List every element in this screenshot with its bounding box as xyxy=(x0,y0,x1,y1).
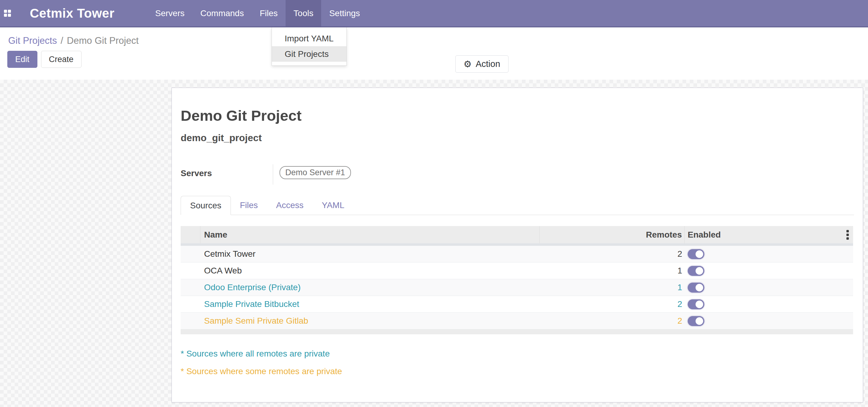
sources-table: Name Remotes Enabled Cetmix Tower 2 OCA … xyxy=(181,226,853,334)
enabled-toggle[interactable] xyxy=(688,283,704,293)
record-reference: demo_git_project xyxy=(181,132,854,144)
table-header-row: Name Remotes Enabled xyxy=(181,226,853,243)
tools-dropdown-menu: Import YAML Git Projects xyxy=(272,27,347,66)
header-remotes[interactable]: Remotes xyxy=(539,226,685,243)
action-button[interactable]: ⚙ Action xyxy=(455,55,508,73)
table-header-shadow xyxy=(181,243,853,246)
source-name[interactable]: Sample Semi Private Gitlab xyxy=(200,316,539,326)
breadcrumb-separator: / xyxy=(61,35,63,46)
source-remotes-count: 2 xyxy=(539,316,685,326)
header-selector-cell xyxy=(181,226,200,243)
table-row[interactable]: Sample Semi Private Gitlab 2 xyxy=(181,313,853,330)
main-menu: Servers Commands Files Tools Settings xyxy=(147,0,368,27)
servers-field-value: Demo Server #1 xyxy=(273,164,351,185)
servers-field-row: Servers Demo Server #1 xyxy=(181,164,854,185)
control-panel: Git Projects / Demo Git Project Edit Cre… xyxy=(0,27,868,80)
menu-item-servers[interactable]: Servers xyxy=(147,0,192,27)
table-row[interactable]: Odoo Enterprise (Private) 1 xyxy=(181,279,853,296)
menu-item-commands[interactable]: Commands xyxy=(192,0,252,27)
breadcrumb-parent-link[interactable]: Git Projects xyxy=(8,35,57,46)
horizontal-scrollbar-track[interactable] xyxy=(181,330,853,334)
create-button[interactable]: Create xyxy=(41,51,82,68)
enabled-toggle[interactable] xyxy=(688,316,704,326)
source-name[interactable]: OCA Web xyxy=(200,266,539,276)
form-sheet: Demo Git Project demo_git_project Server… xyxy=(172,88,863,402)
notebook-tabs: Sources Files Access YAML xyxy=(181,196,854,215)
header-enabled[interactable]: Enabled xyxy=(685,226,853,243)
optional-columns-icon[interactable] xyxy=(845,229,850,241)
legend-some-private: * Sources where some remotes are private xyxy=(181,367,854,376)
apps-grid-icon xyxy=(4,10,11,17)
menu-item-settings[interactable]: Settings xyxy=(321,0,368,27)
source-remotes-count: 1 xyxy=(539,266,685,276)
tab-access[interactable]: Access xyxy=(267,196,313,215)
legend-all-private: * Sources where all remotes are private xyxy=(181,349,854,358)
tab-files[interactable]: Files xyxy=(231,196,267,215)
source-name[interactable]: Cetmix Tower xyxy=(200,249,539,259)
dropdown-item-git-projects[interactable]: Git Projects xyxy=(272,46,346,62)
menu-item-files[interactable]: Files xyxy=(252,0,286,27)
enabled-toggle[interactable] xyxy=(688,249,704,259)
app-title[interactable]: Cetmix Tower xyxy=(15,0,120,27)
top-navbar: Cetmix Tower Servers Commands Files Tool… xyxy=(0,0,868,27)
dropdown-item-import-yaml[interactable]: Import YAML xyxy=(272,31,346,46)
header-name[interactable]: Name xyxy=(200,226,539,243)
table-row[interactable]: Cetmix Tower 2 xyxy=(181,246,853,262)
enabled-toggle[interactable] xyxy=(688,266,704,276)
tab-yaml[interactable]: YAML xyxy=(313,196,353,215)
tab-sources[interactable]: Sources xyxy=(181,196,231,215)
server-tag[interactable]: Demo Server #1 xyxy=(279,166,351,179)
source-remotes-count: 2 xyxy=(539,249,685,259)
action-button-label: Action xyxy=(476,59,500,69)
gear-icon: ⚙ xyxy=(464,60,472,69)
breadcrumb: Git Projects / Demo Git Project xyxy=(8,27,868,46)
table-row[interactable]: Sample Private Bitbucket 2 xyxy=(181,296,853,313)
menu-item-tools[interactable]: Tools xyxy=(286,0,321,27)
source-name[interactable]: Odoo Enterprise (Private) xyxy=(200,283,539,292)
table-row[interactable]: OCA Web 1 xyxy=(181,262,853,279)
control-panel-buttons: Edit Create xyxy=(7,51,868,68)
servers-field-label: Servers xyxy=(181,164,273,185)
source-name[interactable]: Sample Private Bitbucket xyxy=(200,299,539,309)
content-background: Demo Git Project demo_git_project Server… xyxy=(0,80,868,407)
edit-button[interactable]: Edit xyxy=(7,51,37,68)
apps-menu-button[interactable] xyxy=(0,0,15,27)
breadcrumb-current: Demo Git Project xyxy=(67,35,139,46)
source-remotes-count: 1 xyxy=(539,283,685,292)
record-title: Demo Git Project xyxy=(181,107,854,124)
enabled-toggle[interactable] xyxy=(688,299,704,309)
table-legend: * Sources where all remotes are private … xyxy=(181,349,854,376)
source-remotes-count: 2 xyxy=(539,299,685,309)
